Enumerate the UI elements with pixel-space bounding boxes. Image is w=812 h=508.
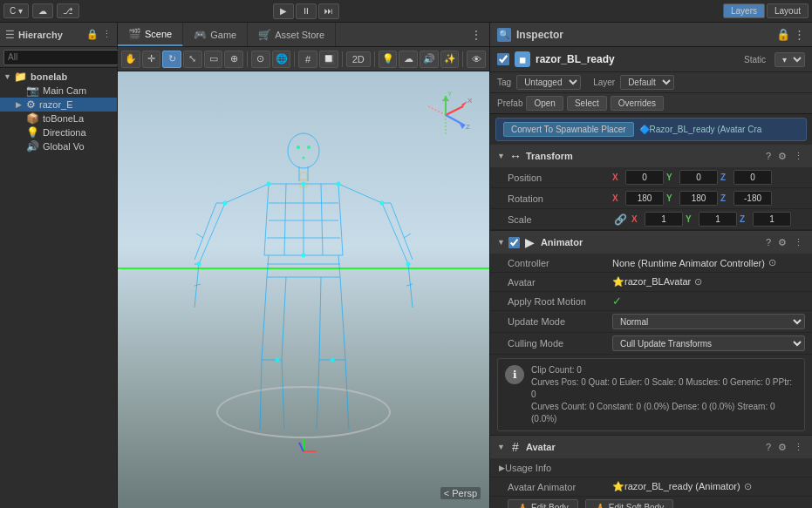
hierarchy-item-bonelab[interactable]: ▼ 📁 bonelab (0, 70, 117, 84)
viewport-more-icon[interactable]: ⋮ (463, 28, 489, 42)
layer-select[interactable]: Default (620, 75, 674, 90)
rot-z-input[interactable] (734, 191, 772, 206)
orientation-gizmo[interactable]: X Y Z (420, 89, 472, 141)
rot-x-input[interactable] (625, 191, 664, 206)
avatar-animator-label: Avatar Animator (508, 482, 612, 492)
lights-button[interactable]: 💡 (379, 51, 398, 68)
animator-arrow-icon: ▼ (497, 238, 505, 247)
avatar-anim-label: Avatar (508, 277, 612, 288)
rotate-tool-button[interactable]: ↻ (162, 51, 181, 68)
layout-button[interactable]: Layout (767, 3, 809, 18)
2d-toggle[interactable]: 2D (346, 51, 371, 67)
tab-game[interactable]: 🎮 Game (183, 23, 248, 46)
pause-button[interactable]: ⏸ (296, 3, 317, 19)
animator-help-icon[interactable]: ? (764, 237, 773, 248)
transform-tool-button[interactable]: ⊕ (224, 51, 243, 68)
prefab-overrides-button[interactable]: Overrides (611, 96, 664, 111)
rect-tool-button[interactable]: ▭ (204, 51, 223, 68)
hierarchy-menu-icon[interactable]: ⋮ (102, 29, 112, 40)
transform-arrow-icon: ▼ (497, 152, 505, 160)
play-button[interactable]: ▶ (273, 3, 294, 19)
svg-line-38 (404, 234, 411, 238)
move-tool-button[interactable]: ✛ (142, 51, 161, 68)
inspector-menu-icon[interactable]: ⋮ (794, 28, 805, 41)
animator-settings-icon[interactable]: ⚙ (776, 237, 788, 248)
branch-button[interactable]: ⎇ (57, 3, 79, 18)
avatar-help-icon[interactable]: ? (764, 442, 773, 453)
hierarchy-item-maincam[interactable]: 📷 Main Cam (0, 84, 117, 98)
svg-line-25 (282, 277, 286, 360)
snap-button[interactable]: 🔲 (319, 51, 338, 68)
avatar-animator-dot-icon[interactable]: ⊙ (744, 481, 752, 492)
audio-button[interactable]: 🔊 (420, 51, 439, 68)
hierarchy-lock-icon[interactable]: 🔒 (86, 29, 99, 40)
svg-point-46 (302, 253, 306, 257)
culling-mode-select[interactable]: Cull Update Transforms (612, 335, 805, 351)
transform-header[interactable]: ▼ ↔ Transform ? ⚙ ⋮ (490, 145, 812, 167)
static-dropdown[interactable]: ▾ (774, 52, 805, 67)
tab-asset-store[interactable]: 🛒 Asset Store (248, 23, 336, 46)
svg-line-28 (282, 360, 284, 430)
inspector-lock-icon[interactable]: 🔒 (776, 28, 790, 41)
convert-button[interactable]: Convert To Spawnable Placer (503, 122, 634, 137)
usage-info-row[interactable]: ▶ Usage Info (490, 458, 812, 478)
pos-y-input[interactable] (679, 170, 718, 185)
animator-header[interactable]: ▼ ▶ Animator ? ⚙ ⋮ (490, 231, 812, 254)
effects-button[interactable]: ✨ (440, 51, 460, 68)
hierarchy-item-directional[interactable]: 💡 Directiona (0, 125, 117, 139)
tag-layer-row: Tag Untagged Layer Default (490, 72, 812, 93)
prefab-select-button[interactable]: Select (567, 96, 607, 111)
object-name: razor_BL_ready (536, 53, 739, 65)
pos-z-input[interactable] (734, 170, 772, 185)
avatar-settings-icon[interactable]: ⚙ (776, 442, 788, 453)
hierarchy-item-razor[interactable]: ▶ ⚙ razor_E (0, 98, 117, 112)
skybox-button[interactable]: ☁ (399, 51, 418, 68)
viewport-area: 🎬 Scene 🎮 Game 🛒 Asset Store ⋮ ✋ ✛ ↻ ⤡ ▭… (118, 23, 489, 508)
layers-button[interactable]: Layers (723, 3, 765, 18)
avatar-more-icon[interactable]: ⋮ (792, 442, 805, 453)
pos-x-input[interactable] (625, 170, 664, 185)
hierarchy-item-globalvo[interactable]: 🔊 Global Vo (0, 139, 117, 153)
edit-soft-body-button[interactable]: 🧍 Edit Soft Body (585, 499, 673, 508)
step-button[interactable]: ⏭ (318, 3, 339, 19)
hand-tool-button[interactable]: ✋ (121, 51, 140, 68)
cloud-button[interactable]: ☁ (32, 3, 53, 18)
transform-settings-icon[interactable]: ⚙ (776, 151, 788, 162)
global-button[interactable]: 🌐 (272, 51, 291, 68)
animator-enabled-checkbox[interactable] (508, 237, 520, 248)
inspector-actions: 🔒 ⋮ (776, 28, 805, 41)
avatar-dot-icon[interactable]: ⊙ (694, 276, 702, 288)
hierarchy-item-tobone[interactable]: 📦 toBoneLa (0, 112, 117, 125)
viewport-canvas[interactable]: X Y Z < Persp (118, 71, 489, 508)
bonelab-label: bonelab (31, 71, 67, 82)
hierarchy-search[interactable] (3, 50, 123, 65)
scale-y-input[interactable] (699, 212, 737, 227)
avatar-row: Avatar ⭐razor_BLAvatar ⊙ (490, 273, 812, 292)
animator-more-icon[interactable]: ⋮ (792, 237, 805, 248)
static-text-label: Static (744, 55, 766, 64)
grid-button[interactable]: # (298, 51, 317, 68)
prefab-open-button[interactable]: Open (526, 96, 563, 111)
scale-lock-icon[interactable]: 🔗 (614, 213, 627, 226)
tab-scene[interactable]: 🎬 Scene (118, 23, 183, 46)
apply-root-motion-check-icon: ✓ (612, 295, 622, 308)
svg-line-27 (260, 360, 262, 430)
object-enabled-checkbox[interactable] (497, 53, 509, 65)
transform-more-icon[interactable]: ⋮ (792, 151, 805, 162)
controller-dot-icon[interactable]: ⊙ (768, 257, 776, 268)
hierarchy-header: ☰ Hierarchy 🔒 ⋮ (0, 23, 117, 47)
hidden-button[interactable]: 👁 (467, 51, 486, 68)
scale-tool-button[interactable]: ⤡ (183, 51, 202, 68)
edit-body-button[interactable]: 🧍 Edit Body (508, 499, 578, 508)
transform-help-icon[interactable]: ? (764, 151, 773, 162)
update-mode-select[interactable]: Normal (612, 314, 805, 329)
pivot-button[interactable]: ⊙ (251, 51, 270, 68)
rotation-xyz: X Y Z (612, 191, 805, 206)
avatar-comp-header[interactable]: ▼ # Avatar ? ⚙ ⋮ (490, 436, 812, 458)
scale-x-input[interactable] (645, 212, 683, 227)
c-menu-button[interactable]: C ▾ (3, 3, 29, 18)
tag-select[interactable]: Untagged (516, 75, 581, 90)
rot-y-input[interactable] (679, 191, 718, 206)
razor-label: razor_E (39, 99, 73, 110)
scale-z-input[interactable] (753, 212, 791, 227)
